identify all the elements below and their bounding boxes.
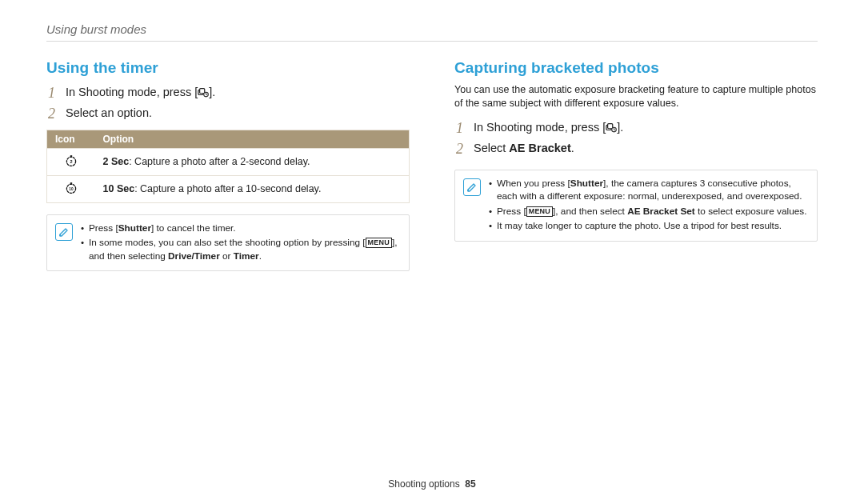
note-box-timer: Press [Shutter] to cancel the timer. In … [46, 214, 410, 272]
step-1: In Shooting mode, press []. [46, 83, 410, 102]
svg-rect-1 [200, 89, 205, 94]
heading-bracketed: Capturing bracketed photos [454, 59, 818, 77]
note-item: Press [MENU], and then select AE Bracket… [489, 205, 809, 218]
step-text: In Shooting mode, press [ [66, 86, 198, 98]
column-right: Capturing bracketed photos You can use t… [454, 59, 818, 271]
cell-icon: 2 [47, 148, 95, 175]
menu-button-icon: MENU [526, 206, 553, 217]
step-1: In Shooting mode, press []. [454, 118, 818, 138]
pencil-note-icon [466, 182, 478, 193]
breadcrumb: Using burst modes [46, 22, 818, 36]
svg-line-4 [206, 94, 207, 95]
th-icon: Icon [47, 130, 95, 148]
step-2: Select an option. [46, 104, 410, 123]
note-item: When you press [Shutter], the camera cap… [489, 177, 809, 203]
step-text-end: ]. [209, 86, 215, 98]
content-columns: Using the timer In Shooting mode, press … [46, 59, 818, 271]
svg-text:2: 2 [70, 159, 72, 164]
column-left: Using the timer In Shooting mode, press … [46, 59, 410, 271]
step-text-end: ]. [617, 121, 623, 134]
page-footer: Shooting options 85 [0, 478, 864, 490]
heading-using-timer: Using the timer [46, 59, 410, 77]
footer-page-number: 85 [465, 478, 475, 490]
table-row: 2 2 Sec: Capture a photo after a 2-secon… [47, 148, 410, 175]
th-option: Option [95, 130, 410, 148]
note-item: Press [Shutter] to cancel the timer. [81, 222, 401, 235]
drive-timer-icon [606, 122, 617, 133]
note-item: In some modes, you can also set the shoo… [81, 236, 401, 262]
timer-options-table: Icon Option 2 2 Sec: Capture a photo aft… [46, 130, 410, 203]
intro-text: You can use the automatic exposure brack… [454, 83, 818, 110]
table-row: 10 10 Sec: Capture a photo after a 10-se… [47, 175, 410, 202]
divider [46, 41, 818, 42]
note-list: Press [Shutter] to cancel the timer. In … [81, 222, 401, 265]
note-list: When you press [Shutter], the camera cap… [489, 177, 809, 234]
cell-option: 10 Sec: Capture a photo after a 10-secon… [95, 175, 410, 202]
drive-timer-icon [198, 86, 209, 98]
note-box-bracket: When you press [Shutter], the camera cap… [454, 170, 818, 242]
step-text: In Shooting mode, press [ [474, 121, 606, 134]
step-2: Select AE Bracket. [454, 139, 818, 158]
page: Using burst modes Using the timer In Sho… [0, 0, 864, 504]
bracket-steps: In Shooting mode, press []. Select AE Br… [454, 118, 818, 158]
svg-line-18 [614, 130, 615, 130]
timer-10sec-icon: 10 [65, 182, 78, 194]
timer-steps: In Shooting mode, press []. Select an op… [46, 83, 410, 123]
cell-option: 2 Sec: Capture a photo after a 2-second … [95, 148, 410, 175]
svg-text:10: 10 [69, 187, 74, 191]
pencil-note-icon [58, 226, 70, 238]
svg-rect-15 [608, 123, 613, 128]
footer-section: Shooting options [388, 478, 459, 490]
note-item: It may take longer to capture the photo.… [489, 219, 809, 233]
note-icon [463, 178, 481, 196]
cell-icon: 10 [47, 175, 95, 202]
note-icon [55, 223, 73, 241]
timer-2sec-icon: 2 [65, 154, 78, 167]
menu-button-icon: MENU [366, 238, 392, 248]
